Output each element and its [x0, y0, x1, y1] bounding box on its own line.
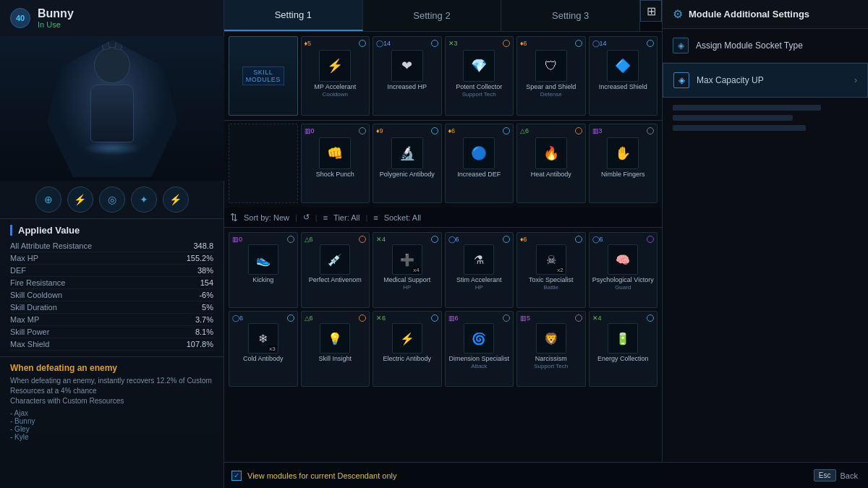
module-card[interactable]: ♦6 🛡 Spear and Shield Defense	[516, 36, 586, 116]
module-icon: 👊	[319, 137, 351, 169]
module-icon: ⚡	[319, 50, 351, 82]
module-name: MP Accelerant	[314, 83, 356, 91]
module-card[interactable]: ◯14 🔷 Increased Shield	[589, 36, 658, 116]
inventory-card[interactable]: ▥0 👟 Kicking	[229, 232, 298, 308]
module-name: Nimble Fingers	[601, 171, 645, 179]
view-checkbox-row: ✓ View modules for current Descendant on…	[224, 462, 662, 488]
socket-indicator	[359, 127, 366, 134]
sort-divider2: |	[315, 213, 318, 222]
tier-icon: ≡	[323, 213, 328, 222]
module-name: Narcissism	[535, 355, 567, 363]
module-card[interactable]: ♦9 🔬 Polygenic Antibody	[373, 124, 442, 203]
max-capacity-item[interactable]: ◈ Max Capacity UP ›	[663, 63, 868, 98]
socket-label[interactable]: Socket: All	[384, 213, 421, 222]
tab-setting3[interactable]: Setting 3	[501, 0, 640, 31]
socket-indicator	[431, 314, 438, 322]
esc-key-badge: Esc	[814, 469, 836, 481]
skill-icon-2[interactable]: ⚡	[67, 187, 93, 213]
bunny-ear-right	[114, 36, 126, 51]
stat-row: Max Shield107.8%	[10, 338, 213, 351]
module-icon: 🌀	[464, 323, 494, 354]
module-icon: 🔬	[391, 137, 423, 169]
module-subtype: Attack	[471, 363, 487, 369]
character-level: 40	[10, 8, 30, 28]
module-name: Energy Collection	[597, 355, 649, 363]
refresh-icon[interactable]: ↺	[303, 213, 310, 222]
module-subtype: Support Tech	[534, 363, 568, 369]
tier-label[interactable]: Tier: All	[333, 213, 359, 222]
portrait-figure	[47, 40, 177, 177]
sort-by-label[interactable]: Sort by: New	[244, 213, 289, 222]
tab-setting2[interactable]: Setting 2	[363, 0, 502, 31]
tab-grid-icon[interactable]: ⊞	[640, 0, 662, 22]
settings-icon: ⚙	[673, 7, 683, 21]
stat-row: All Attribute Resistance348.8	[10, 240, 213, 252]
empty-slot[interactable]	[229, 124, 298, 203]
skill-icon-4[interactable]: ✦	[131, 187, 157, 213]
inventory-card[interactable]: △6 💉 Perfect Antivenom	[301, 232, 370, 308]
socket-indicator	[647, 314, 654, 322]
content-line3	[673, 125, 806, 131]
module-card[interactable]: ✕3 💎 Potent Collector Support Tech	[445, 36, 514, 116]
view-checkbox[interactable]: ✓	[231, 471, 242, 481]
applied-value-section: Applied Value All Attribute Resistance34…	[0, 218, 224, 356]
module-card[interactable]: ▥0 👊 Shock Punch	[301, 124, 370, 203]
module-name: Perfect Antivenom	[309, 276, 362, 284]
module-icon: 💉	[320, 244, 350, 275]
skill-icon-1[interactable]: ⊕	[35, 187, 61, 213]
inventory-card[interactable]: ✕4 🔋 Energy Collection	[589, 311, 658, 387]
inventory-card[interactable]: ◯6 ⚗ Stim Accelerant HP	[445, 232, 514, 308]
inventory-card[interactable]: ✕4 ➕ x4 Medical Support HP	[373, 232, 442, 308]
character-name: Bunny	[38, 7, 74, 20]
inventory-card[interactable]: ▥5 🦁 Narcissism Support Tech	[516, 311, 586, 387]
module-card[interactable]: △6 🔥 Heat Antibody	[516, 124, 586, 203]
module-card[interactable]: ♦6 🔵 Increased DEF	[445, 124, 514, 203]
stat-row: Fire Resistance154	[10, 277, 213, 289]
inventory-card[interactable]: ◯6 ❄ x3 Cold Antibody	[229, 311, 298, 387]
skill-icon-5[interactable]: ⚡	[163, 187, 189, 213]
module-icon: ☠ x2	[536, 244, 566, 275]
module-name: Dimension Specialist	[448, 355, 509, 363]
skill-icon-3[interactable]: ◎	[99, 187, 125, 213]
assign-socket-type-item[interactable]: ◈ Assign Module Socket Type	[663, 29, 868, 63]
sort-divider1: |	[295, 213, 297, 222]
module-subtype: Support Tech	[462, 91, 496, 98]
socket-indicator	[575, 314, 582, 322]
module-name: Heat Antibody	[531, 171, 571, 179]
module-icon: ✋	[607, 137, 639, 169]
inventory-grid: ▥0 👟 Kicking △6 💉 Perfect Antivenom ✕4	[224, 228, 662, 391]
stack-badge: x4	[412, 267, 420, 273]
module-icon: 🛡	[535, 50, 567, 82]
module-icon: ➕ x4	[392, 244, 422, 275]
bunny-ear-left	[98, 36, 110, 51]
module-card[interactable]: ♦5 ⚡ MP Accelerant Cooldown	[301, 36, 370, 116]
module-icon: 💎	[463, 50, 495, 82]
module-icon: 🧠	[608, 244, 638, 275]
inventory-card[interactable]: ◯6 🧠 Psychological Victory Guard	[589, 232, 658, 308]
module-card[interactable]: ◯14 ❤ Increased HP	[373, 36, 442, 116]
module-name: Skill Insight	[318, 355, 352, 363]
bunny-head	[94, 47, 130, 83]
module-name: Stim Accelerant	[456, 276, 502, 284]
module-name: Polygenic Antibody	[380, 171, 435, 179]
stats-container: All Attribute Resistance348.8Max HP155.2…	[10, 240, 213, 351]
inventory-card[interactable]: ✕6 ⚡ Electric Antibody	[373, 311, 442, 387]
module-subtype: Cooldown	[322, 91, 348, 98]
socket-indicator	[503, 236, 510, 243]
max-capacity-label: Max Capacity UP	[697, 75, 764, 85]
esc-bar: Esc Back	[662, 462, 868, 488]
socket-indicator	[575, 40, 582, 47]
skill-modules-label: SkillModules	[242, 67, 284, 85]
tab-setting1[interactable]: Setting 1	[224, 0, 363, 31]
assign-socket-icon: ◈	[673, 38, 689, 53]
enemy-defeat-title: When defeating an enemy	[10, 363, 213, 373]
socket-indicator	[647, 127, 654, 134]
inventory-card[interactable]: ♦6 ☠ x2 Toxic Specialist Battle	[516, 232, 586, 308]
module-icon: ❤	[391, 50, 423, 82]
inventory-card[interactable]: △6 💡 Skill Insight	[301, 311, 370, 387]
chevron-right-icon: ›	[854, 75, 857, 85]
module-subtype: Defense	[540, 91, 562, 98]
back-label: Back	[841, 471, 858, 480]
inventory-card[interactable]: ▥6 🌀 Dimension Specialist Attack	[445, 311, 514, 387]
module-card[interactable]: ▥3 ✋ Nimble Fingers	[589, 124, 658, 203]
